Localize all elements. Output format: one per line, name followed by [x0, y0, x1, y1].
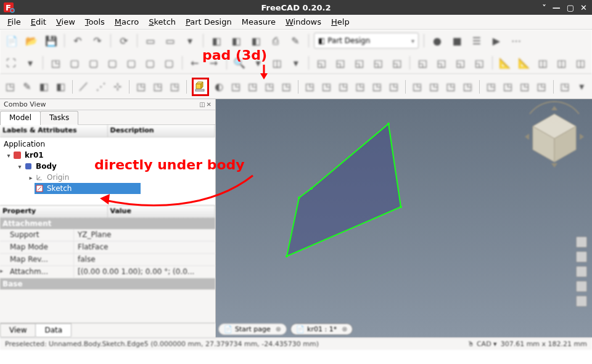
3d-view[interactable]: 📄 Start page ⊗ 📄 kr01 : 1* ⊗: [216, 99, 592, 338]
fillet-button[interactable]: ◳: [411, 79, 424, 95]
menu-edit[interactable]: Edit: [27, 16, 50, 28]
expand-icon[interactable]: ▾: [16, 163, 23, 170]
mdi-tab-document[interactable]: 📄 kr01 : 1* ⊗: [290, 323, 353, 335]
panel-close-button[interactable]: ✕: [207, 101, 212, 108]
tree-body[interactable]: ▾ Body: [0, 161, 215, 172]
new-file-button[interactable]: 📄: [4, 33, 20, 49]
toolbar-button[interactable]: ⎙: [268, 33, 284, 49]
groove-button[interactable]: ◳: [337, 79, 350, 95]
panel-undock-button[interactable]: ◫: [199, 101, 205, 108]
mirror-button[interactable]: ◳: [485, 79, 498, 95]
toolbar-button[interactable]: ◫: [554, 55, 570, 71]
prop-tab-data[interactable]: Data: [35, 323, 72, 338]
tree-application[interactable]: Application: [0, 139, 215, 150]
pad-button[interactable]: [192, 78, 209, 96]
create-sketch-button[interactable]: ✎: [20, 79, 33, 95]
menu-sketch[interactable]: Sketch: [145, 16, 179, 28]
model-tree[interactable]: Application ▾ kr01 ▾ Body ▸ Origin ▸: [0, 137, 215, 205]
window-iconify-button[interactable]: ˅: [542, 3, 546, 12]
view-top-button[interactable]: ▢: [86, 55, 101, 71]
save-button[interactable]: 💾: [43, 33, 59, 49]
toolbar-button[interactable]: ◧: [248, 33, 264, 49]
expand-icon[interactable]: ▸: [27, 174, 35, 181]
toolbar-button[interactable]: ◱: [472, 55, 487, 71]
prop-row[interactable]: ▸Attachm...[(0.00 0.00 1.00); 0.00 °; (0…: [0, 266, 215, 278]
redo-button[interactable]: ↷: [89, 33, 105, 49]
close-icon[interactable]: ⊗: [276, 325, 281, 333]
workbench-selector[interactable]: ◧ Part Design ▾: [314, 33, 419, 49]
view-mini-icon[interactable]: [576, 296, 587, 307]
menu-tools[interactable]: Tools: [81, 16, 109, 28]
toolbar-button[interactable]: ◳: [246, 79, 259, 95]
measure-button[interactable]: 📐: [498, 55, 513, 71]
pocket-button[interactable]: ◳: [303, 79, 316, 95]
view-rear-button[interactable]: ▢: [124, 55, 139, 71]
toolbar-button[interactable]: ◫: [535, 55, 551, 71]
chamfer-button[interactable]: ◳: [427, 79, 440, 95]
toolbar-button[interactable]: ◱: [371, 55, 386, 71]
window-maximize-button[interactable]: ▢: [567, 3, 574, 12]
toolbar-button[interactable]: ▾: [182, 33, 198, 49]
tree-document[interactable]: ▾ kr01: [0, 150, 215, 161]
tree-origin[interactable]: ▸ Origin: [0, 172, 215, 183]
toolbar-button[interactable]: ◳: [371, 79, 384, 95]
revolution-button[interactable]: ◐: [213, 79, 226, 95]
prop-row[interactable]: SupportYZ_Plane: [0, 229, 215, 241]
view-right-button[interactable]: ▢: [105, 55, 120, 71]
toolbar-button[interactable]: ◧: [228, 33, 244, 49]
close-icon[interactable]: ⊗: [342, 325, 347, 333]
menu-help[interactable]: Help: [327, 16, 353, 28]
expand-icon[interactable]: ▾: [5, 152, 12, 159]
toolbar-button[interactable]: ◫: [573, 55, 588, 71]
view-left-button[interactable]: ▢: [162, 55, 177, 71]
undo-button[interactable]: ↶: [70, 33, 86, 49]
toolbar-button[interactable]: ◳: [151, 79, 164, 95]
toolbar-button[interactable]: ◱: [453, 55, 468, 71]
mdi-tab-startpage[interactable]: 📄 Start page ⊗: [218, 323, 287, 335]
tree-sketch[interactable]: ▸ Sketch: [0, 183, 215, 194]
toolbar-button[interactable]: ◳: [558, 79, 571, 95]
view-mini-icon[interactable]: [576, 266, 587, 277]
toolbar-button[interactable]: ◳: [387, 79, 400, 95]
view-front-button[interactable]: ▢: [67, 55, 83, 71]
toolbar-button[interactable]: ✎: [287, 33, 303, 49]
rotate-right-button[interactable]: →: [206, 55, 221, 71]
open-file-button[interactable]: 📂: [23, 33, 39, 49]
toolbar-button[interactable]: ／: [78, 79, 91, 95]
macro-stop-button[interactable]: ■: [449, 33, 465, 49]
macro-record-button[interactable]: ●: [429, 33, 445, 49]
toolbar-button[interactable]: ▾: [575, 79, 588, 95]
toolbar-button[interactable]: ◱: [415, 55, 430, 71]
prop-row[interactable]: Map Rev...false: [0, 254, 215, 266]
menu-measure[interactable]: Measure: [238, 16, 279, 28]
toolbar-button[interactable]: ▾: [250, 55, 266, 71]
menu-macro[interactable]: Macro: [111, 16, 142, 28]
toolbar-button[interactable]: ◱: [314, 55, 329, 71]
toolbar-button[interactable]: ▭: [142, 33, 158, 49]
toolbar-button[interactable]: ◳: [535, 79, 548, 95]
toolbar-button[interactable]: ◳: [280, 79, 293, 95]
toolbar-button[interactable]: ◳: [134, 79, 147, 95]
view-bottom-button[interactable]: ▢: [142, 55, 158, 71]
view-mini-icon[interactable]: [576, 251, 587, 262]
tab-tasks[interactable]: Tasks: [40, 111, 78, 125]
toolbar-button[interactable]: ⊹: [111, 79, 124, 95]
toolbar-button[interactable]: ◱: [352, 55, 367, 71]
prop-row[interactable]: Map ModeFlatFace: [0, 241, 215, 254]
toolbar-button[interactable]: ▾: [23, 55, 38, 71]
menu-partdesign[interactable]: Part Design: [182, 16, 236, 28]
navigation-cube[interactable]: [520, 103, 588, 171]
view-iso-button[interactable]: ◳: [48, 55, 64, 71]
toolbar-button[interactable]: ◳: [444, 79, 457, 95]
edit-sketch-button[interactable]: ◧: [37, 79, 50, 95]
toolbar-button[interactable]: 📐: [516, 55, 532, 71]
toolbar-button[interactable]: ▭: [162, 33, 178, 49]
create-body-button[interactable]: ◳: [4, 79, 17, 95]
menu-view[interactable]: View: [52, 16, 79, 28]
loft-button[interactable]: ◳: [229, 79, 242, 95]
hole-button[interactable]: ◳: [320, 79, 333, 95]
toolbar-button[interactable]: ◳: [461, 79, 474, 95]
toolbar-button[interactable]: ⋰: [94, 79, 107, 95]
window-close-button[interactable]: ✕: [580, 3, 587, 12]
view-mini-icon[interactable]: [576, 281, 587, 292]
